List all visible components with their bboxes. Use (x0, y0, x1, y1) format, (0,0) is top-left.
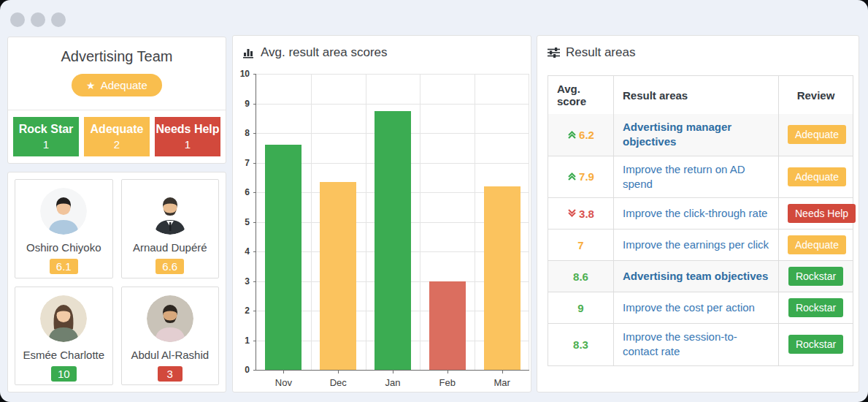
col-header-result-areas: Result areas (613, 76, 778, 114)
chart-bar-dec (320, 182, 356, 370)
review-badge: Adequate (788, 167, 846, 186)
review-badge: Adequate (788, 235, 846, 254)
review-cell: Needs Help (778, 198, 864, 229)
y-axis-tick (253, 341, 256, 341)
chart-gridline (366, 74, 366, 370)
member-avatar (40, 188, 87, 235)
y-axis-label: 2 (245, 306, 250, 316)
table-row: 7.9Improve the return on AD spendAdequat… (548, 156, 853, 198)
review-cell: Rockstar (778, 324, 853, 365)
result-area-link[interactable]: Improve the earnings per click (623, 238, 769, 252)
y-axis-label: 3 (245, 276, 250, 287)
avg-score-value: 8.3 (573, 338, 588, 351)
y-axis-label: 7 (245, 158, 250, 168)
y-axis-tick (253, 74, 256, 75)
table-row: 8.3Improve the session-to-contact rateRo… (548, 323, 853, 365)
stat-count: 1 (13, 137, 79, 152)
y-axis-tick (253, 192, 256, 193)
avg-score-cell: 8.6 (548, 261, 613, 292)
team-stat-box: Rock Star1 (13, 117, 79, 156)
y-axis-tick (253, 133, 256, 134)
table-row: 6.2Advertising manager objectivesAdequat… (548, 114, 853, 156)
sliders-icon (548, 47, 560, 58)
y-axis-label: 10 (240, 69, 250, 79)
table-row: 7Improve the earnings per clickAdequate (548, 229, 853, 260)
col-header-avg-score: Avg. score (548, 76, 613, 114)
y-axis-label: 0 (245, 365, 250, 375)
member-card[interactable]: Abdul Al-Rashid3 (121, 287, 220, 386)
x-axis-tick (448, 370, 448, 373)
x-axis-label: Nov (275, 377, 292, 388)
result-areas-card: Result areas Avg. score Result areas Rev… (537, 35, 859, 392)
member-score-badge: 6.6 (155, 259, 184, 274)
avg-score-value: 9 (577, 302, 583, 314)
x-axis-tick (338, 370, 339, 373)
member-card[interactable]: Arnaud Dupéré6.6 (121, 179, 220, 278)
x-axis-tick (502, 370, 503, 373)
review-badge: Adequate (788, 125, 846, 144)
window-control-dot (31, 12, 45, 27)
result-area-link[interactable]: Advertising team objectives (623, 269, 768, 284)
chart-gridline (420, 74, 420, 370)
y-axis-tick (253, 370, 256, 371)
table-row: 3.8Improve the click-through rateNeeds H… (548, 197, 853, 229)
team-stat-box: Adequate2 (84, 117, 150, 156)
avg-score-value: 8.6 (573, 270, 588, 283)
member-avatar (40, 295, 87, 342)
chart-gridline (256, 104, 529, 105)
avg-score-cell: 6.2 (548, 114, 613, 156)
result-area-cell: Improve the click-through rate (613, 198, 778, 229)
result-area-link[interactable]: Improve the return on AD spend (623, 162, 769, 192)
table-header-row: Avg. score Result areas Review (548, 76, 853, 114)
y-axis-tick (253, 311, 256, 311)
team-title: Advertising Team (8, 37, 226, 65)
member-card[interactable]: Esmée Charlotte10 (15, 287, 113, 386)
members-grid: Oshiro Chiyoko6.1 Arnaud Dupéré6.6 Esmée… (15, 179, 219, 385)
member-avatar (147, 295, 193, 342)
result-areas-title-text: Result areas (566, 45, 635, 60)
member-score-badge: 6.1 (50, 259, 78, 274)
result-area-link[interactable]: Improve the click-through rate (623, 206, 767, 221)
bar-chart-icon (243, 47, 255, 58)
window-control-dot (10, 12, 25, 27)
stat-count: 2 (84, 137, 150, 152)
review-cell: Rockstar (778, 292, 853, 323)
chart-bar-mar (484, 186, 521, 370)
trend-up-icon (567, 172, 577, 181)
review-badge: Rockstar (788, 267, 843, 286)
x-axis-label: Mar (493, 377, 510, 388)
team-stat-box: Needs Help1 (155, 117, 220, 156)
review-badge: Rockstar (788, 298, 843, 317)
x-axis-label: Jan (385, 377, 401, 388)
avg-scores-chart-card: Avg. result area scores 012345678910NovD… (232, 35, 531, 392)
team-status-label: Adequate (101, 79, 147, 91)
stat-label: Needs Help (155, 121, 220, 137)
member-name: Abdul Al-Rashid (131, 349, 209, 361)
result-area-link[interactable]: Improve the session-to-contact rate (623, 330, 769, 360)
result-area-link[interactable]: Improve the cost per action (623, 300, 755, 315)
result-area-cell: Improve the session-to-contact rate (613, 324, 778, 365)
chart-gridline (529, 74, 529, 370)
bar-chart-plot: 012345678910NovDecJanFebMar (256, 74, 529, 371)
y-axis-tick (253, 251, 256, 252)
y-axis-label: 1 (245, 335, 250, 346)
x-axis-label: Feb (439, 377, 456, 388)
table-row: 9Improve the cost per actionRockstar (548, 292, 853, 323)
y-axis-tick (253, 281, 256, 282)
team-stats-row: Rock Star1Adequate2Needs Help1 (8, 110, 226, 163)
member-name: Oshiro Chiyoko (26, 241, 101, 254)
y-axis-label: 5 (245, 217, 250, 227)
team-summary-card: Advertising Team ★ Adequate Rock Star1Ad… (7, 37, 226, 164)
member-name: Esmée Charlotte (23, 349, 104, 361)
review-cell: Adequate (778, 114, 855, 156)
avg-score-value: 3.8 (579, 208, 594, 220)
review-cell: Adequate (778, 156, 855, 198)
result-area-cell: Improve the cost per action (613, 292, 778, 323)
x-axis-tick (283, 370, 284, 373)
result-area-link[interactable]: Advertising manager objectives (623, 120, 769, 150)
member-score-badge: 10 (51, 366, 77, 382)
chart-gridline (256, 74, 529, 75)
avg-score-cell: 7.9 (548, 156, 613, 198)
member-card[interactable]: Oshiro Chiyoko6.1 (15, 179, 113, 278)
chart-bar-nov (265, 145, 302, 370)
